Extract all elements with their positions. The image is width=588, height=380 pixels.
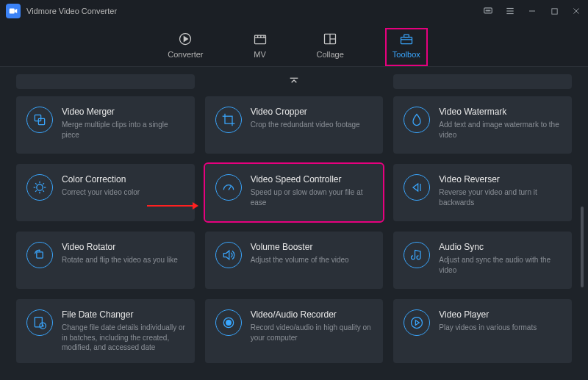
speed-icon: [215, 174, 242, 201]
svg-rect-25: [35, 115, 40, 121]
color-icon: [26, 174, 53, 201]
card-desc: Play videos in various formats: [439, 323, 537, 333]
converter-icon: [177, 31, 193, 47]
main-tabs: Converter MV Collage Toolbox: [0, 22, 588, 67]
cropper-icon: [215, 107, 242, 133]
tab-toolbox[interactable]: Toolbox: [385, 28, 428, 66]
card-desc: Correct your video color: [62, 187, 140, 198]
toolbox-grid: Video Merger Merge multiple clips into a…: [16, 96, 572, 363]
maximize-icon[interactable]: [548, 5, 560, 17]
player-icon: [404, 309, 430, 336]
scroll-top-button[interactable]: [205, 74, 384, 89]
watermark-icon: [404, 107, 430, 133]
card-video-speed-controller[interactable]: Video Speed Controller Speed up or slow …: [205, 164, 384, 221]
rotator-icon: [26, 242, 53, 268]
reverser-icon: [404, 174, 430, 201]
svg-line-36: [229, 186, 231, 190]
tab-label: Toolbox: [392, 50, 420, 59]
card-title: Video Speed Controller: [251, 174, 375, 184]
svg-line-32: [35, 183, 37, 184]
window-controls: [482, 5, 582, 17]
svg-point-45: [412, 318, 423, 329]
tab-mv[interactable]: MV: [245, 28, 276, 66]
recorder-icon: [215, 309, 242, 336]
card-volume-booster[interactable]: Volume Booster Adjust the volume of the …: [205, 232, 384, 289]
card-title: Video Cropper: [251, 107, 360, 117]
svg-rect-0: [10, 9, 15, 14]
card-video-audio-recorder[interactable]: Video/Audio Recorder Record video/audio …: [205, 299, 384, 363]
card-desc: Crop the redundant video footage: [251, 120, 360, 130]
svg-point-3: [487, 10, 488, 11]
svg-point-27: [37, 184, 43, 190]
card-video-watermark[interactable]: Video Watermark Add text and image water…: [393, 96, 572, 154]
card-video-player[interactable]: Video Player Play videos in various form…: [393, 299, 572, 363]
tab-label: MV: [254, 50, 266, 59]
minimize-icon[interactable]: [526, 5, 538, 17]
scrollbar[interactable]: [581, 207, 584, 287]
toolbox-icon: [398, 31, 415, 47]
card-desc: Adjust and sync the audio with the video: [439, 255, 563, 275]
date-icon: [26, 309, 53, 336]
card-video-rotator[interactable]: Video Rotator Rotate and flip the video …: [16, 232, 195, 289]
svg-line-42: [43, 326, 44, 326]
card-title: File Date Changer: [62, 309, 186, 320]
svg-rect-22: [404, 35, 409, 37]
card-desc: Merge multiple clips into a single piece: [62, 120, 186, 140]
card-video-cropper[interactable]: Video Cropper Crop the redundant video f…: [205, 96, 384, 154]
merger-icon: [26, 107, 53, 133]
close-icon[interactable]: [570, 5, 582, 17]
app-title: Vidmore Video Converter: [26, 7, 482, 15]
card-desc: Reverse your video and turn it backwards: [439, 187, 563, 207]
app-logo-icon: [6, 4, 21, 18]
svg-line-33: [43, 190, 44, 192]
volume-icon: [215, 242, 242, 268]
mv-icon: [252, 31, 268, 47]
card-desc: Rotate and flip the video as you like: [62, 255, 178, 265]
menu-icon[interactable]: [504, 5, 516, 17]
card-title: Video Watermark: [439, 107, 563, 117]
card-desc: Add text and image watermark to the vide…: [439, 120, 563, 140]
card-video-reverser[interactable]: Video Reverser Reverse your video and tu…: [393, 164, 572, 221]
card-desc: Adjust the volume of the video: [251, 255, 349, 265]
card-desc: Change file date details individually or…: [62, 323, 186, 353]
tab-collage[interactable]: Collage: [309, 28, 351, 66]
svg-line-34: [35, 190, 37, 192]
svg-point-44: [226, 320, 231, 326]
card-title: Video Player: [439, 309, 537, 320]
sync-icon: [404, 242, 430, 268]
card-desc: Record video/audio in high quality on yo…: [251, 323, 375, 343]
card-title: Video Reverser: [439, 174, 563, 184]
partial-card[interactable]: [393, 74, 572, 89]
svg-rect-21: [401, 37, 412, 44]
svg-point-4: [490, 10, 490, 11]
card-video-merger[interactable]: Video Merger Merge multiple clips into a…: [16, 96, 195, 154]
card-file-date-changer[interactable]: File Date Changer Change file date detai…: [16, 299, 195, 363]
card-title: Video/Audio Recorder: [251, 309, 375, 320]
card-title: Volume Booster: [251, 242, 349, 252]
svg-rect-39: [35, 318, 42, 327]
svg-rect-26: [38, 118, 44, 124]
partial-card[interactable]: [16, 74, 195, 89]
svg-rect-9: [551, 8, 556, 13]
feedback-icon[interactable]: [482, 5, 494, 17]
tab-converter[interactable]: Converter: [160, 28, 210, 66]
tab-label: Converter: [168, 50, 203, 59]
card-desc: Speed up or slow down your file at ease: [251, 187, 375, 207]
titlebar: Vidmore Video Converter: [0, 0, 588, 22]
card-title: Audio Sync: [439, 242, 563, 252]
card-color-correction[interactable]: Color Correction Correct your video colo…: [16, 164, 195, 221]
tab-label: Collage: [317, 50, 344, 59]
card-title: Video Merger: [62, 107, 186, 117]
card-title: Color Correction: [62, 174, 140, 184]
svg-rect-38: [37, 252, 43, 258]
collage-icon: [322, 31, 338, 47]
card-audio-sync[interactable]: Audio Sync Adjust and sync the audio wit…: [393, 232, 572, 289]
content-area: Video Merger Merge multiple clips into a…: [0, 67, 588, 363]
svg-line-35: [43, 183, 44, 184]
card-title: Video Rotator: [62, 242, 178, 252]
svg-point-2: [486, 10, 487, 11]
